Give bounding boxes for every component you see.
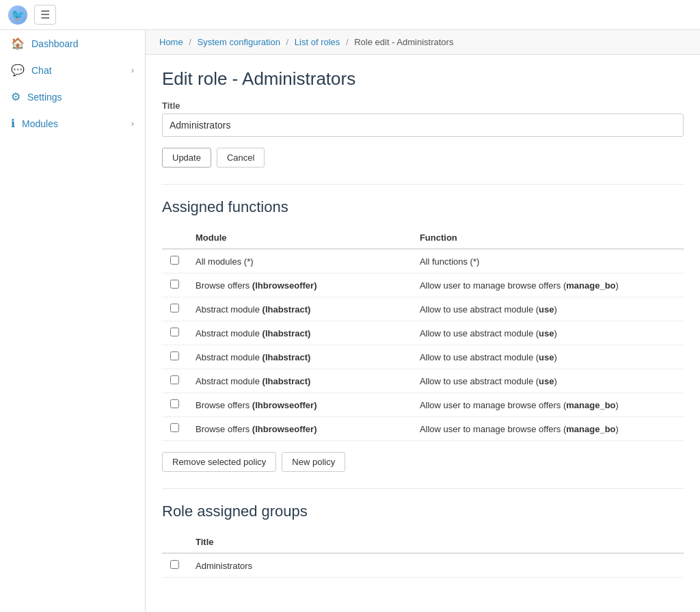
sidebar-item-dashboard[interactable]: 🏠 Dashboard — [0, 30, 145, 57]
table-row: Abstract module (lhabstract)Allow to use… — [162, 321, 684, 345]
form-actions: Update Cancel — [162, 148, 684, 168]
sidebar-item-settings[interactable]: ⚙ Settings — [0, 83, 145, 110]
policy-function-cell: Allow user to manage browse offers (mana… — [412, 393, 684, 417]
main-content: Home / System configuration / List of ro… — [146, 30, 700, 612]
policy-module-cell: Abstract module (lhabstract) — [187, 369, 412, 393]
policy-function-cell: Allow to use abstract module (use) — [412, 345, 684, 369]
policy-module-cell: Browse offers (lhbrowseoffer) — [187, 417, 412, 441]
policy-module-cell: Browse offers (lhbrowseoffer) — [187, 393, 412, 417]
divider-2 — [162, 488, 684, 489]
policy-row-checkbox[interactable] — [170, 423, 179, 432]
table-row: All modules (*)All functions (*) — [162, 249, 684, 274]
policy-actions: Remove selected policy New policy — [162, 452, 684, 472]
breadcrumb-system-config[interactable]: System configuration — [198, 37, 280, 47]
table-row: Abstract module (lhabstract)Allow to use… — [162, 297, 684, 321]
policy-module-cell: Abstract module (lhabstract) — [187, 297, 412, 321]
table-row: Browse offers (lhbrowseoffer)Allow user … — [162, 393, 684, 417]
col-function-header: Function — [412, 227, 684, 249]
cancel-button[interactable]: Cancel — [217, 148, 265, 168]
policy-row-checkbox[interactable] — [170, 304, 179, 312]
main-layout: 🏠 Dashboard 💬 Chat › ⚙ Settings ℹ Module… — [0, 30, 700, 612]
sidebar-item-chat[interactable]: 💬 Chat › — [0, 57, 145, 83]
policy-function-cell: All functions (*) — [412, 249, 684, 274]
policy-function-cell: Allow to use abstract module (use) — [412, 369, 684, 393]
page-title: Edit role - Administrators — [162, 68, 684, 90]
title-input[interactable] — [162, 114, 684, 137]
breadcrumb-list-roles[interactable]: List of roles — [295, 37, 340, 47]
app-logo: 🐦 — [8, 5, 27, 25]
policy-function-cell: Allow user to manage browse offers (mana… — [412, 274, 684, 297]
policy-module-cell: Abstract module (lhabstract) — [187, 321, 412, 345]
groups-table: Title Administrators — [162, 531, 684, 578]
breadcrumb-home[interactable]: Home — [159, 37, 183, 47]
policy-function-cell: Allow to use abstract module (use) — [412, 321, 684, 345]
groups-col-title: Title — [187, 531, 684, 553]
policy-row-checkbox[interactable] — [170, 399, 179, 408]
chevron-right-icon: › — [131, 66, 134, 75]
group-row-checkbox[interactable] — [170, 560, 179, 569]
modules-icon: ℹ — [11, 117, 15, 130]
sidebar-item-modules[interactable]: ℹ Modules › — [0, 110, 145, 137]
policy-row-checkbox[interactable] — [170, 375, 179, 384]
policy-row-checkbox[interactable] — [170, 328, 179, 336]
breadcrumb-sep-2: / — [286, 37, 289, 47]
policy-module-cell: All modules (*) — [187, 249, 412, 274]
policy-row-checkbox[interactable] — [170, 280, 179, 289]
policy-row-checkbox[interactable] — [170, 256, 179, 265]
sidebar-label-modules: Modules — [22, 118, 131, 129]
role-groups-title: Role assigned groups — [162, 503, 684, 520]
col-checkbox — [162, 227, 187, 249]
divider-1 — [162, 184, 684, 185]
policy-module-cell: Abstract module (lhabstract) — [187, 345, 412, 369]
list-item: Administrators — [162, 553, 684, 578]
policy-function-cell: Allow to use abstract module (use) — [412, 297, 684, 321]
breadcrumb-sep-3: / — [346, 37, 349, 47]
table-row: Browse offers (lhbrowseoffer)Allow user … — [162, 417, 684, 441]
table-row: Browse offers (lhbrowseoffer)Allow user … — [162, 274, 684, 297]
title-label: Title — [162, 101, 684, 111]
topbar: 🐦 ☰ — [0, 0, 700, 30]
chevron-right-icon-modules: › — [131, 119, 134, 129]
remove-selected-policy-button[interactable]: Remove selected policy — [162, 452, 276, 472]
new-policy-button[interactable]: New policy — [282, 452, 345, 472]
table-row: Abstract module (lhabstract)Allow to use… — [162, 369, 684, 393]
groups-col-checkbox — [162, 531, 187, 553]
page-content: Edit role - Administrators Title Update … — [146, 55, 700, 591]
title-form-group: Title — [162, 101, 684, 137]
table-row: Abstract module (lhabstract)Allow to use… — [162, 345, 684, 369]
group-title-cell: Administrators — [187, 553, 684, 578]
breadcrumb: Home / System configuration / List of ro… — [146, 30, 700, 55]
col-module-header: Module — [187, 227, 412, 249]
sidebar-label-chat: Chat — [31, 65, 131, 76]
policy-row-checkbox[interactable] — [170, 351, 179, 360]
policy-module-cell: Browse offers (lhbrowseoffer) — [187, 274, 412, 297]
chat-icon: 💬 — [11, 64, 25, 77]
sidebar: 🏠 Dashboard 💬 Chat › ⚙ Settings ℹ Module… — [0, 30, 146, 612]
assigned-functions-title: Assigned functions — [162, 198, 684, 216]
breadcrumb-sep-1: / — [189, 37, 191, 47]
policy-function-cell: Allow user to manage browse offers (mana… — [412, 417, 684, 441]
sidebar-label-settings: Settings — [27, 92, 134, 103]
menu-button[interactable]: ☰ — [34, 5, 56, 25]
breadcrumb-current: Role edit - Administrators — [354, 37, 453, 47]
sidebar-label-dashboard: Dashboard — [31, 38, 134, 49]
policy-table: Module Function All modules (*)All funct… — [162, 227, 684, 441]
settings-icon: ⚙ — [11, 90, 21, 103]
update-button[interactable]: Update — [162, 148, 211, 168]
dashboard-icon: 🏠 — [11, 37, 25, 50]
